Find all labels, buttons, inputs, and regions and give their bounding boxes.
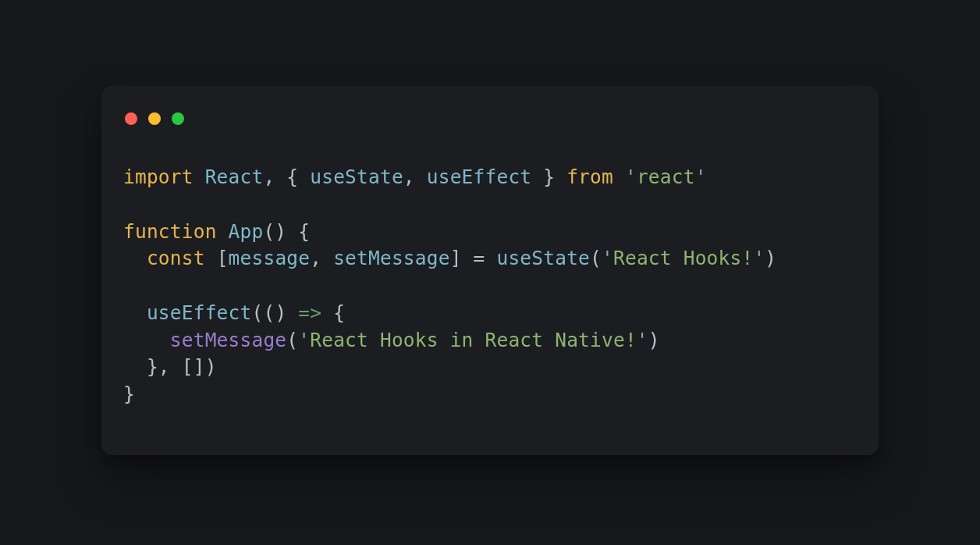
minimize-icon[interactable] (148, 112, 161, 125)
traffic-lights (123, 109, 857, 131)
keyword-function: function (123, 220, 217, 243)
code-window: import React, { useState, useEffect } fr… (101, 86, 879, 455)
call-setmessage: setMessage (170, 329, 287, 351)
indent (123, 301, 147, 324)
keyword-import: import (123, 166, 194, 188)
ident-react: React (205, 166, 264, 188)
ident-useeffect: useEffect (427, 166, 532, 188)
punct: ) (275, 301, 286, 324)
punct: () (263, 220, 286, 243)
punct: ( (590, 247, 602, 269)
punct: [ (217, 247, 229, 269)
string-quote: ' (602, 247, 613, 269)
string-react-native: React Hooks in React Native! (310, 329, 637, 351)
code-block: import React, { useState, useEffect } fr… (123, 164, 857, 408)
punct: { (286, 166, 298, 188)
maximize-icon[interactable] (172, 112, 184, 125)
close-icon[interactable] (125, 112, 137, 125)
ident-app: App (229, 220, 264, 243)
string-react: react (637, 166, 695, 188)
punct: , (263, 166, 275, 188)
arrow: => (298, 301, 321, 324)
keyword-from: from (566, 166, 613, 188)
punct: , (403, 166, 415, 188)
punct-close: }, []) (147, 355, 217, 378)
punct: ] (450, 247, 462, 269)
indent (123, 355, 147, 378)
ident-usestate-call: useState (496, 247, 590, 269)
punct: (( (251, 301, 275, 324)
punct: ) (765, 247, 776, 269)
string-quote: ' (625, 166, 637, 188)
ident-usestate: useState (310, 166, 403, 188)
punct: ) (648, 329, 660, 351)
ident-message: message (229, 247, 311, 269)
string-react-hooks: React Hooks! (613, 247, 753, 269)
punct: = (474, 247, 485, 269)
punct-close: } (123, 383, 135, 405)
string-quote: ' (695, 166, 707, 188)
string-quote: ' (298, 329, 310, 351)
indent (123, 329, 170, 351)
ident-useeffect-call: useEffect (147, 301, 252, 324)
string-quote: ' (637, 329, 648, 351)
punct: { (298, 220, 310, 243)
punct: ( (286, 329, 298, 351)
punct: { (333, 301, 345, 324)
indent (123, 247, 147, 269)
string-quote: ' (753, 247, 765, 269)
ident-setmessage: setMessage (333, 247, 450, 269)
punct: , (310, 247, 321, 269)
keyword-const: const (147, 247, 205, 269)
punct: } (543, 166, 555, 188)
